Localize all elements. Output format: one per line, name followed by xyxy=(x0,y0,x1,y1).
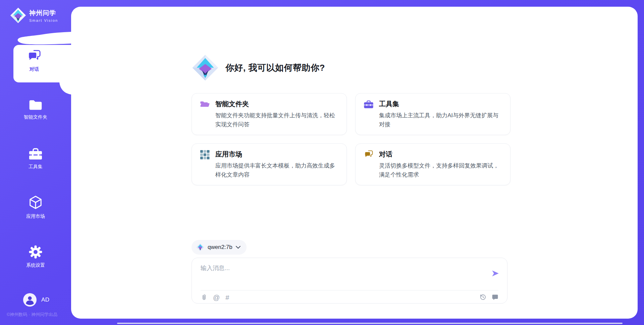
history-icon[interactable] xyxy=(479,294,486,301)
folder-open-icon xyxy=(200,100,210,108)
grid-icon xyxy=(200,150,210,159)
sidebar-item-label: 工具集 xyxy=(29,164,43,170)
sidebar-item-label: 智能文件夹 xyxy=(24,114,47,120)
sidebar-item-settings[interactable]: 系统设置 xyxy=(0,245,71,268)
topic-icon[interactable]: # xyxy=(225,294,229,301)
cube-icon xyxy=(29,195,43,210)
mention-icon[interactable]: @ xyxy=(213,294,220,301)
card-title: 智能文件夹 xyxy=(215,99,338,109)
card-toolbox[interactable]: 工具集 集成市场上主流工具，助力AI与外界无缝扩展与对接 xyxy=(355,93,511,135)
folder-icon xyxy=(28,99,43,111)
copyright-text: ©神州数码 · 神州问学出品 xyxy=(7,312,74,318)
gear-icon xyxy=(28,245,43,259)
card-description: 应用市场提供丰富长文本模板，助力高效生成多样化文章内容 xyxy=(215,161,338,179)
card-title: 工具集 xyxy=(379,99,501,109)
card-chat[interactable]: 对话 灵活切换多模型文件，支持多样回复效果调试，满足个性化需求 xyxy=(355,143,511,185)
chat-icon xyxy=(27,50,42,64)
greeting-title: 你好, 我可以如何帮助你? xyxy=(225,62,325,74)
avatar-person-icon xyxy=(23,293,37,307)
card-app-market[interactable]: 应用市场 应用市场提供丰富长文本模板，助力高效生成多样化文章内容 xyxy=(192,143,347,185)
send-icon[interactable] xyxy=(491,269,500,278)
toolbox-icon xyxy=(28,147,43,161)
attach-icon[interactable] xyxy=(201,294,207,302)
card-description: 集成市场上主流工具，助力AI与外界无缝扩展与对接 xyxy=(379,111,501,129)
user-account[interactable]: AD xyxy=(23,293,50,307)
sidebar-item-label: 应用市场 xyxy=(26,213,45,219)
composer-divider xyxy=(201,290,498,290)
sidebar-item-smart-folder[interactable]: 智能文件夹 xyxy=(0,99,71,120)
card-description: 智能文件夹功能支持批量文件上传与清洗，轻松实现文件问答 xyxy=(215,111,338,129)
chevron-down-icon xyxy=(236,246,240,249)
chat-icon xyxy=(364,150,374,159)
message-input[interactable] xyxy=(201,264,476,283)
card-smart-folder[interactable]: 智能文件夹 智能文件夹功能支持批量文件上传与清洗，轻松实现文件问答 xyxy=(192,93,347,135)
main-panel: 你好, 我可以如何帮助你? 智能文件夹 智能文件夹功能支持批量文件上传与清洗，轻… xyxy=(71,7,638,319)
briefcase-icon xyxy=(364,100,374,109)
brand-diamond-icon xyxy=(10,7,26,23)
card-description: 灵活切换多模型文件，支持多样回复效果调试，满足个性化需求 xyxy=(379,161,501,179)
sidebar-item-chat[interactable]: 对话 xyxy=(13,50,55,72)
sidebar: 神州问学 Smart Vision 对话 智能文件夹 工具集 xyxy=(0,0,71,325)
brand-logo: 神州问学 Smart Vision xyxy=(10,7,58,23)
feedback-chat-icon[interactable] xyxy=(492,294,498,301)
app-window: { "app": { "name": "神州问学", "subtitle": "… xyxy=(0,0,644,325)
model-selector[interactable]: qwen2:7b xyxy=(192,240,247,255)
sidebar-item-label: 系统设置 xyxy=(26,262,45,268)
model-name: qwen2:7b xyxy=(208,244,232,251)
window-bottom-edge xyxy=(117,323,623,324)
sidebar-item-label: 对话 xyxy=(30,66,39,72)
user-name: AD xyxy=(41,297,50,303)
message-composer: @ # xyxy=(192,258,507,304)
card-title: 对话 xyxy=(379,149,501,159)
card-title: 应用市场 xyxy=(215,149,338,159)
model-logo-icon xyxy=(196,243,204,251)
quick-cards: 智能文件夹 智能文件夹功能支持批量文件上传与清洗，轻松实现文件问答 工具集 集成… xyxy=(192,93,511,185)
sidebar-item-app-market[interactable]: 应用市场 xyxy=(0,195,71,219)
greeting-block: 你好, 我可以如何帮助你? xyxy=(192,54,325,81)
brand-subtitle: Smart Vision xyxy=(29,18,58,22)
brand-name: 神州问学 xyxy=(29,9,58,17)
assistant-logo-icon xyxy=(192,54,219,81)
sidebar-item-toolbox[interactable]: 工具集 xyxy=(0,147,71,170)
